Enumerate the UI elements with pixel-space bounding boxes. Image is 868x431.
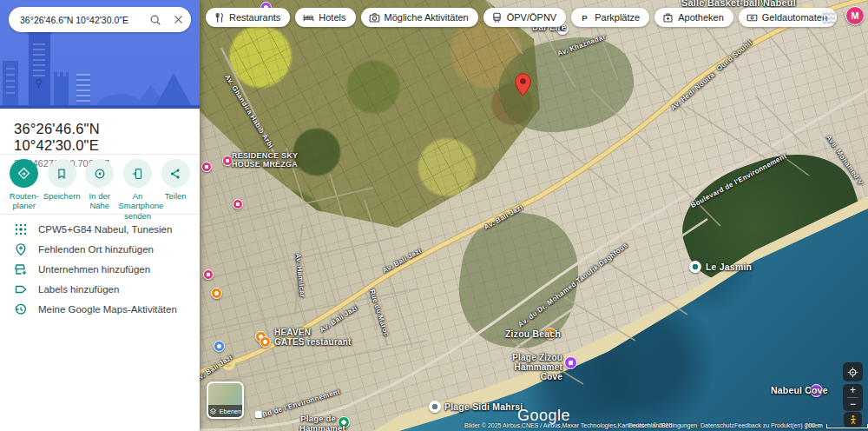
chip-label: Hotels bbox=[319, 12, 345, 23]
hotel-marker[interactable] bbox=[203, 269, 214, 280]
poi-label-residence-sky[interactable]: RESIDENCE SKY HOUSE MREZGA bbox=[232, 151, 298, 169]
restaurant-marker[interactable] bbox=[211, 288, 222, 299]
action-buttons: Routen- planer Speichern In der Nähe An … bbox=[0, 159, 200, 221]
place-menu: CPW5+G84 Nabeul, Tunesien Fehlenden Ort … bbox=[0, 220, 200, 320]
chip-label: Geldautomaten bbox=[762, 12, 827, 23]
divider bbox=[0, 214, 200, 215]
layers-icon bbox=[209, 408, 217, 415]
country-link[interactable]: Deutschland bbox=[628, 422, 662, 428]
menu-item-add-missing-place[interactable]: Fehlenden Ort hinzufügen bbox=[0, 240, 200, 259]
poi-label-zizou-beach[interactable]: Zizou Beach bbox=[505, 328, 561, 339]
menu-item-maps-activity[interactable]: Meine Google Maps-Aktivitäten bbox=[0, 300, 200, 319]
poi-label-salle-basketball[interactable]: Salle Basket-ball Nabeul bbox=[681, 0, 796, 8]
restaurants-icon bbox=[214, 12, 225, 23]
pin-glyph: ⚲ bbox=[35, 76, 43, 90]
my-location-button[interactable] bbox=[843, 362, 863, 381]
google-maps-app: Av. Khaznadar Av. Ghandira Habib Arbi Av… bbox=[0, 0, 868, 431]
menu-item-label: Fehlenden Ort hinzufügen bbox=[38, 244, 154, 255]
poi-label-heaven-gates[interactable]: HEAVEN GATES restaurant bbox=[274, 328, 352, 347]
chip-label: Apotheken bbox=[678, 12, 724, 23]
chip-label: Mögliche Aktivitäten bbox=[385, 12, 469, 23]
zoom-control: + − bbox=[843, 384, 863, 411]
atm-icon bbox=[746, 12, 758, 23]
parking-marker-blue[interactable] bbox=[214, 341, 225, 352]
scale-label: 200 m bbox=[805, 421, 823, 429]
send-to-phone-button[interactable]: An Smartphone senden bbox=[119, 159, 157, 221]
poi-label-le-jasmin[interactable]: Le Jasmin bbox=[706, 262, 752, 272]
chip-pharmacies[interactable]: Apotheken bbox=[654, 8, 733, 27]
menu-item-add-labels[interactable]: Labels hinzufügen bbox=[0, 280, 200, 299]
search-input[interactable] bbox=[9, 15, 144, 25]
save-button[interactable]: Speichern bbox=[43, 159, 82, 221]
map-canvas[interactable]: Av. Khaznadar Av. Ghandira Habib Arbi Av… bbox=[200, 0, 868, 431]
menu-item-label: Labels hinzufügen bbox=[38, 284, 119, 295]
restaurant-marker[interactable] bbox=[260, 336, 271, 348]
divider bbox=[0, 154, 200, 155]
menu-item-label: Meine Google Maps-Aktivitäten bbox=[38, 304, 177, 315]
google-apps-grid-icon[interactable] bbox=[823, 10, 835, 23]
sidi-mahrsi-marker[interactable] bbox=[429, 401, 441, 413]
history-icon bbox=[14, 302, 28, 316]
nearby-icon bbox=[94, 168, 106, 180]
category-chips: Restaurants Hotels Mögliche Aktivitäten … bbox=[206, 8, 837, 27]
menu-item-label: CPW5+G84 Nabeul, Tunesien bbox=[38, 224, 172, 235]
close-icon[interactable] bbox=[167, 9, 189, 31]
pharmacy-icon bbox=[662, 12, 674, 23]
parking-icon: P bbox=[579, 12, 590, 23]
action-label: Teilen bbox=[157, 191, 195, 201]
chip-label: Restaurants bbox=[229, 12, 280, 23]
chip-hotels[interactable]: Hotels bbox=[295, 8, 355, 27]
hotel-marker[interactable] bbox=[233, 199, 243, 209]
action-label: Speichern bbox=[43, 191, 82, 201]
directions-icon bbox=[17, 167, 30, 180]
menu-item-plus-code[interactable]: CPW5+G84 Nabeul, Tunesien bbox=[0, 220, 200, 239]
plage-zizou-marker[interactable] bbox=[564, 356, 577, 369]
nearby-button[interactable]: In der Nähe bbox=[81, 159, 119, 221]
action-label: Routen- planer bbox=[5, 191, 43, 211]
directions-button[interactable]: Routen- planer bbox=[5, 159, 43, 221]
terms-link[interactable]: Bedingungen bbox=[661, 422, 697, 428]
action-label: In der Nähe bbox=[81, 191, 119, 211]
poi-label-sidi-mahrsi[interactable]: Plage Sidi Mahrsi bbox=[444, 401, 523, 412]
account-avatar[interactable]: M bbox=[845, 6, 865, 25]
zoom-in-button[interactable]: + bbox=[843, 385, 863, 396]
pegman-street-view[interactable] bbox=[844, 412, 862, 428]
share-button[interactable]: Teilen bbox=[157, 159, 195, 221]
chip-restaurants[interactable]: Restaurants bbox=[206, 8, 290, 27]
camera-icon bbox=[369, 12, 380, 23]
add-place-pin-icon bbox=[14, 242, 28, 256]
hotels-icon bbox=[303, 12, 314, 23]
privacy-link[interactable]: Datenschutz bbox=[700, 422, 734, 428]
share-icon bbox=[169, 168, 181, 180]
le-jasmin-marker[interactable] bbox=[689, 261, 701, 273]
dropped-pin[interactable] bbox=[515, 73, 531, 96]
layers-button[interactable]: Ebenen bbox=[207, 381, 244, 419]
send-to-phone-icon bbox=[132, 168, 144, 180]
train-icon bbox=[491, 12, 503, 23]
chip-transit[interactable]: ÖPV/ÖPNV bbox=[483, 8, 566, 27]
action-label: An Smartphone senden bbox=[119, 191, 157, 221]
chip-parking[interactable]: P Parkplätze bbox=[571, 8, 649, 27]
map-attribution: Bilder © 2025 Airbus,CNES / Airbus,Maxar… bbox=[200, 421, 868, 430]
chip-label: ÖPV/ÖPNV bbox=[507, 12, 556, 23]
plus-code-icon bbox=[14, 222, 28, 236]
layers-label: Ebenen bbox=[220, 408, 242, 415]
label-tag-icon bbox=[14, 282, 28, 296]
poi-label-nabeul-cove[interactable]: Nabeul Cove bbox=[771, 385, 828, 395]
chip-label: Parkplätze bbox=[595, 12, 640, 23]
bookmark-icon bbox=[56, 168, 68, 180]
add-business-icon bbox=[14, 262, 28, 276]
place-panel: ⚲ 36°26'46.6"N 10°42'30.0"E 36.446270, 1… bbox=[0, 0, 200, 431]
zoom-out-button[interactable]: − bbox=[843, 399, 863, 410]
search-icon[interactable] bbox=[144, 9, 167, 31]
menu-item-add-business[interactable]: Unternehmen hinzufügen bbox=[0, 260, 200, 279]
poi-label-plage-zizou[interactable]: Plage Zizou Hammamet Cove bbox=[505, 353, 562, 381]
chip-activities[interactable]: Mögliche Aktivitäten bbox=[361, 8, 478, 27]
search-box bbox=[9, 7, 191, 32]
hotel-marker[interactable] bbox=[201, 162, 212, 172]
menu-item-label: Unternehmen hinzufügen bbox=[38, 264, 150, 275]
place-title: 36°26'46.6"N 10°42'30.0"E bbox=[14, 121, 186, 154]
svg-text:P: P bbox=[582, 12, 588, 22]
